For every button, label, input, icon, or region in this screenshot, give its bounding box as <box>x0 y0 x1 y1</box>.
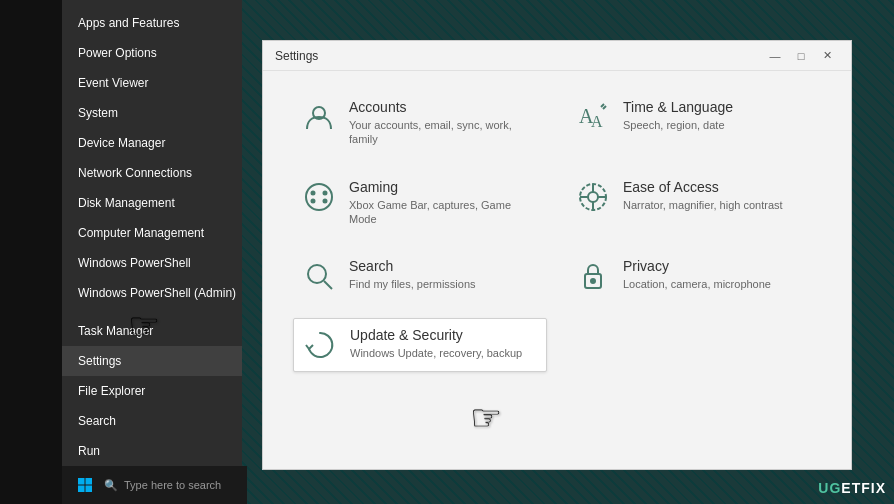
search-icon <box>301 258 337 294</box>
time-language-subtitle: Speech, region, date <box>623 118 733 132</box>
svg-point-21 <box>591 279 595 283</box>
search-subtitle: Find my files, permissions <box>349 277 476 291</box>
menu-item-task-manager[interactable]: Task Manager <box>62 316 242 346</box>
ease-of-access-icon <box>575 179 611 215</box>
branding-prefix: UG <box>818 480 841 496</box>
svg-point-10 <box>312 199 315 202</box>
svg-rect-3 <box>86 486 93 493</box>
menu-item-computer-management[interactable]: Computer Management <box>62 218 242 248</box>
search-placeholder[interactable]: Type here to search <box>124 479 221 491</box>
ease-of-access-subtitle: Narrator, magnifier, high contrast <box>623 198 783 212</box>
svg-point-7 <box>306 184 332 210</box>
svg-text:A: A <box>591 113 603 130</box>
minimize-button[interactable]: — <box>763 46 787 66</box>
gaming-title: Gaming <box>349 179 539 195</box>
update-security-text: Update & Security Windows Update, recove… <box>350 327 522 360</box>
privacy-text: Privacy Location, camera, microphone <box>623 258 771 291</box>
menu-item-search[interactable]: Search <box>62 406 242 436</box>
svg-point-9 <box>324 191 327 194</box>
menu-item-powershell-admin[interactable]: Windows PowerShell (Admin) <box>62 278 242 308</box>
menu-item-event-viewer[interactable]: Event Viewer <box>62 68 242 98</box>
time-language-icon: A A <box>575 99 611 135</box>
svg-point-8 <box>312 191 315 194</box>
menu-item-powershell[interactable]: Windows PowerShell <box>62 248 242 278</box>
svg-line-19 <box>324 281 332 289</box>
settings-item-privacy[interactable]: Privacy Location, camera, microphone <box>567 250 821 302</box>
gaming-text: Gaming Xbox Game Bar, captures, Game Mod… <box>349 179 539 227</box>
svg-rect-2 <box>78 486 85 493</box>
time-language-text: Time & Language Speech, region, date <box>623 99 733 132</box>
ease-of-access-title: Ease of Access <box>623 179 783 195</box>
gaming-subtitle: Xbox Game Bar, captures, Game Mode <box>349 198 539 227</box>
menu-item-device-manager[interactable]: Device Manager <box>62 128 242 158</box>
svg-point-13 <box>588 192 598 202</box>
menu-item-power-options[interactable]: Power Options <box>62 38 242 68</box>
menu-item-run[interactable]: Run <box>62 436 242 466</box>
settings-item-accounts[interactable]: Accounts Your accounts, email, sync, wor… <box>293 91 547 155</box>
update-security-title: Update & Security <box>350 327 522 343</box>
privacy-subtitle: Location, camera, microphone <box>623 277 771 291</box>
maximize-button[interactable]: □ <box>789 46 813 66</box>
update-security-icon <box>302 327 338 363</box>
gaming-icon <box>301 179 337 215</box>
context-menu: Apps and Features Power Options Event Vi… <box>62 0 242 504</box>
windows-icon <box>78 478 92 492</box>
settings-item-search[interactable]: Search Find my files, permissions <box>293 250 547 302</box>
menu-item-file-explorer[interactable]: File Explorer <box>62 376 242 406</box>
svg-rect-0 <box>78 478 85 485</box>
settings-item-ease-of-access[interactable]: Ease of Access Narrator, magnifier, high… <box>567 171 821 235</box>
taskbar-search-bar: 🔍 Type here to search <box>62 466 247 504</box>
search-icon: 🔍 <box>104 479 118 492</box>
menu-item-disk-management[interactable]: Disk Management <box>62 188 242 218</box>
privacy-title: Privacy <box>623 258 771 274</box>
settings-item-update-security[interactable]: Update & Security Windows Update, recove… <box>293 318 547 372</box>
accounts-subtitle: Your accounts, email, sync, work, family <box>349 118 539 147</box>
window-controls: — □ ✕ <box>763 46 839 66</box>
menu-item-apps-features[interactable]: Apps and Features <box>62 8 242 38</box>
svg-rect-1 <box>86 478 93 485</box>
svg-point-18 <box>308 265 326 283</box>
settings-grid: Accounts Your accounts, email, sync, wor… <box>293 91 821 372</box>
close-button[interactable]: ✕ <box>815 46 839 66</box>
update-security-subtitle: Windows Update, recovery, backup <box>350 346 522 360</box>
menu-item-settings[interactable]: Settings <box>62 346 242 376</box>
settings-content: Accounts Your accounts, email, sync, wor… <box>263 71 851 469</box>
windows-logo <box>70 466 100 504</box>
branding-suffix: ETFIX <box>841 480 886 496</box>
accounts-text: Accounts Your accounts, email, sync, wor… <box>349 99 539 147</box>
search-text: Search Find my files, permissions <box>349 258 476 291</box>
ease-of-access-text: Ease of Access Narrator, magnifier, high… <box>623 179 783 212</box>
settings-item-time-language[interactable]: A A Time & Language Speech, region, date <box>567 91 821 155</box>
time-language-title: Time & Language <box>623 99 733 115</box>
svg-point-11 <box>324 199 327 202</box>
menu-item-system[interactable]: System <box>62 98 242 128</box>
window-title: Settings <box>275 49 318 63</box>
title-bar: Settings — □ ✕ <box>263 41 851 71</box>
settings-item-gaming[interactable]: Gaming Xbox Game Bar, captures, Game Mod… <box>293 171 547 235</box>
accounts-icon <box>301 99 337 135</box>
accounts-title: Accounts <box>349 99 539 115</box>
branding: UGETFIX <box>818 480 886 496</box>
search-title: Search <box>349 258 476 274</box>
privacy-icon <box>575 258 611 294</box>
menu-item-network-connections[interactable]: Network Connections <box>62 158 242 188</box>
settings-window: Settings — □ ✕ Accounts Your accounts, e… <box>262 40 852 470</box>
